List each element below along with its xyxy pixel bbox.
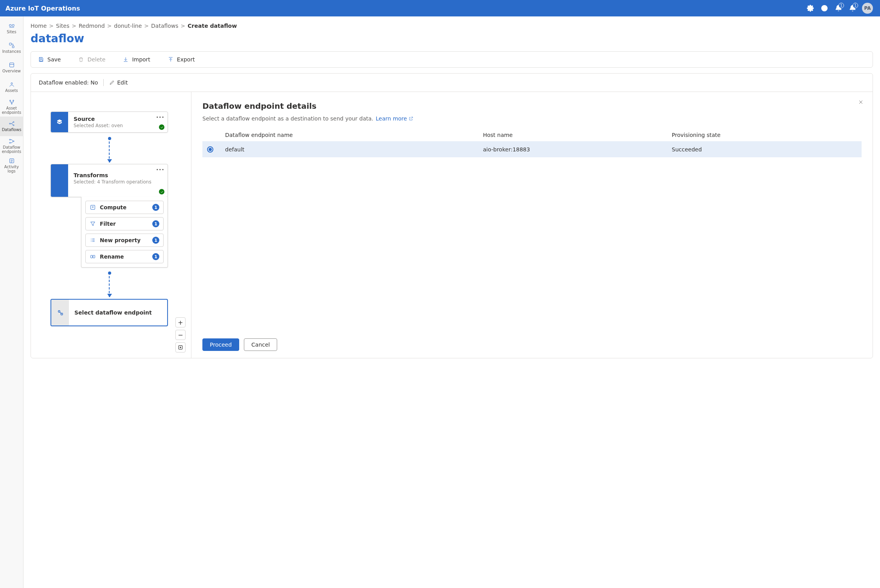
sites-icon [9,23,15,29]
svg-point-26 [180,347,181,348]
canvas-pane[interactable]: ··· Source Selected Asset: oven [31,92,191,358]
svg-point-14 [13,125,14,126]
breadcrumb-item[interactable]: donut-line [114,23,142,29]
close-icon [858,99,864,105]
transforms-slab-icon [51,164,68,197]
svg-point-11 [11,103,12,104]
svg-point-8 [11,83,13,85]
sidebar-item-asset-endpoints[interactable]: Asset endpoints [0,97,23,117]
breadcrumb-item[interactable]: Home [31,23,47,29]
connector [109,138,110,162]
notifications-icon[interactable]: 1 [846,1,860,15]
row-radio[interactable] [207,146,213,153]
sidebar-item-overview[interactable]: Overview [0,58,23,77]
node-subtitle: Selected: 4 Transform operations [74,179,163,185]
divider [103,79,104,86]
count-badge: 1 [152,237,159,244]
settings-icon[interactable] [803,1,817,15]
nav-label: Asset endpoints [1,106,23,115]
details-pane: Dataflow endpoint details Select a dataf… [191,92,873,358]
sidebar-item-instances[interactable]: Instances [0,38,23,58]
sidebar-item-activity-logs[interactable]: Activity logs [0,156,23,175]
zoom-fit-button[interactable] [175,342,186,352]
svg-point-10 [13,100,14,101]
svg-rect-24 [61,313,63,315]
dataflow-endpoints-icon [9,138,15,144]
nav-label: Sites [7,30,16,34]
svg-rect-19 [40,60,42,61]
import-icon [123,56,129,63]
proceed-button[interactable]: Proceed [202,338,239,351]
close-button[interactable] [858,99,864,106]
nav-label: Instances [2,49,21,54]
svg-point-16 [9,142,11,143]
zoom-out-button[interactable]: − [175,330,186,340]
node-source[interactable]: ··· Source Selected Asset: oven [50,111,168,133]
leftnav: Sites Instances Overview Assets Asset en… [0,16,23,588]
breadcrumb-item[interactable]: Redmond [79,23,105,29]
export-icon [168,56,174,63]
svg-rect-22 [93,255,95,258]
filter-icon [90,221,96,227]
breadcrumb-item[interactable]: Sites [56,23,69,29]
endpoint-icon [51,300,69,325]
sidebar-item-dataflow-endpoints[interactable]: Dataflow endpoints [0,136,23,156]
assets-icon [9,81,15,88]
status-ok-icon [159,189,164,194]
details-title: Dataflow endpoint details [202,101,862,111]
save-icon [38,56,44,63]
cancel-button[interactable]: Cancel [244,338,277,351]
main: Home> Sites> Redmond> donut-line> Datafl… [23,16,880,588]
sidebar-item-assets[interactable]: Assets [0,77,23,97]
status-ok-icon [159,124,164,130]
asset-endpoints-icon [9,99,15,105]
nav-label: Activity logs [1,165,23,174]
transform-item-filter[interactable]: Filter 1 [85,217,164,230]
breadcrumb-item[interactable]: Dataflows [151,23,179,29]
transforms-list: Compute 1 Filter 1 New property [81,197,168,268]
fit-icon [178,345,183,350]
zoom-controls: + − [175,317,186,352]
delete-button: Delete [75,54,108,65]
avatar[interactable]: PA [862,3,873,14]
node-title: Select dataflow endpoint [74,309,152,316]
svg-rect-3 [9,25,11,27]
col-host: Host name [478,129,667,141]
node-transforms[interactable]: ··· Transforms Selected: 4 Transform ope… [50,164,168,197]
svg-rect-4 [12,25,14,27]
help-icon[interactable] [817,1,831,15]
content-card: Dataflow enabled: No Edit [31,73,873,358]
cell-state: Succeeded [667,141,862,157]
endpoints-table: Dataflow endpoint name Host name Provisi… [202,129,862,157]
export-button[interactable]: Export [164,54,198,65]
count-badge: 1 [152,253,159,260]
sidebar-item-sites[interactable]: Sites [0,19,23,38]
svg-rect-20 [91,205,95,210]
learn-more-link[interactable]: Learn more [376,115,413,122]
svg-point-9 [9,100,11,101]
table-row[interactable]: default aio-broker:18883 Succeeded [202,141,862,157]
save-button[interactable]: Save [35,54,64,65]
overview-icon [9,62,15,68]
dataflow-enabled-label: Dataflow enabled: No [39,79,98,86]
node-endpoint[interactable]: Select dataflow endpoint [50,299,168,326]
transform-item-rename[interactable]: Rename 1 [85,250,164,263]
transform-item-new-property[interactable]: New property 1 [85,234,164,247]
connector [109,272,110,297]
toolbar: Save Delete Import Export [31,51,873,68]
nav-label: Overview [2,69,21,74]
edit-button[interactable]: Edit [109,79,128,86]
details-desc: Select a dataflow endpoint as a destinat… [202,115,862,122]
svg-rect-6 [12,46,14,48]
count-badge: 1 [152,204,159,211]
import-button[interactable]: Import [119,54,153,65]
transform-item-compute[interactable]: Compute 1 [85,201,164,214]
sidebar-item-dataflows[interactable]: Dataflows [0,117,23,136]
statusbar: Dataflow enabled: No Edit [31,74,873,92]
node-more-icon[interactable]: ··· [156,166,164,173]
delete-icon [78,56,84,63]
node-more-icon[interactable]: ··· [156,113,164,121]
feedback-icon[interactable]: 1 [831,1,846,15]
nav-label: Assets [5,88,18,93]
zoom-in-button[interactable]: + [175,317,186,327]
